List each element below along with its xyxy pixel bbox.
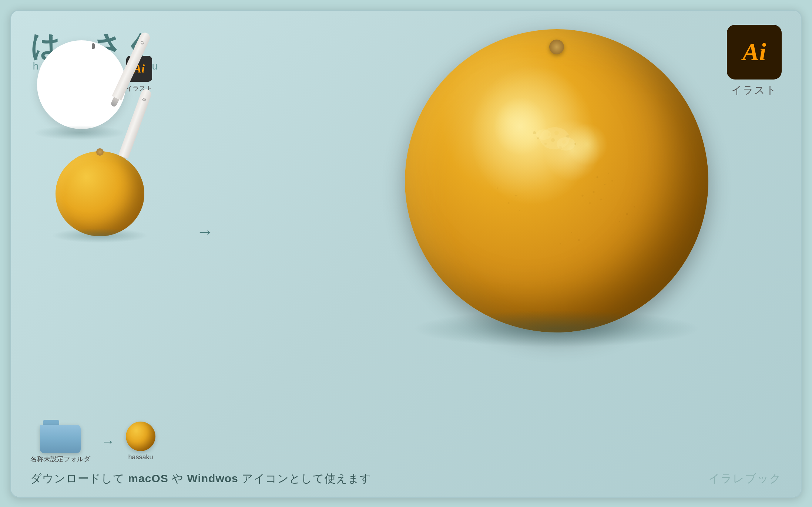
small-hassaku-group: ☺ (56, 151, 144, 236)
arrow-right-icon: → (196, 222, 214, 242)
folder-arrow-icon: → (101, 434, 115, 449)
hassaku-texture (405, 29, 708, 332)
mini-hassaku-group: hassaku (126, 422, 155, 461)
footer-prefix: ダウンロードして (30, 472, 128, 484)
svg-point-20 (611, 180, 613, 182)
svg-point-16 (600, 199, 602, 200)
svg-point-11 (557, 137, 575, 151)
svg-point-14 (604, 184, 605, 185)
svg-point-29 (578, 239, 580, 241)
footer-brand: イラレブック (708, 471, 782, 486)
footer-windows: Windwos (187, 472, 238, 484)
svg-point-27 (619, 221, 620, 222)
large-hassaku (405, 29, 708, 332)
svg-point-24 (497, 187, 498, 189)
svg-point-12 (536, 129, 551, 140)
mini-hassaku-circle (126, 422, 155, 451)
flat-circle-stem (92, 43, 95, 49)
stylus-mid-face: ☺ (141, 95, 148, 103)
svg-point-28 (571, 232, 572, 233)
svg-point-15 (593, 191, 595, 193)
footer-suffix: アイコンとして使えます (238, 472, 372, 484)
main-frame: はっさく h a s s a k u Ai イラスト Ai イラスト ☺ ↓ ☺ (10, 10, 802, 498)
svg-point-23 (519, 210, 520, 211)
folder-group: 名称未設定フォルダ (30, 420, 90, 463)
large-hassaku-shadow (412, 310, 701, 347)
footer-mid: や (168, 472, 187, 484)
flat-circle-shadow (33, 125, 126, 140)
large-hassaku-group (405, 29, 708, 332)
flat-circle (37, 40, 126, 129)
folder-body (40, 425, 81, 453)
ai-badge-large: Ai イラスト (727, 25, 782, 97)
svg-point-13 (597, 176, 598, 178)
small-hassaku-top (96, 148, 104, 156)
footer-macos: macOS (128, 472, 168, 484)
svg-point-26 (634, 206, 635, 207)
svg-point-22 (508, 202, 510, 204)
texture-svg (405, 29, 708, 332)
small-hassaku-circle (56, 151, 144, 236)
stylus-face: ☺ (139, 38, 146, 46)
svg-point-19 (608, 173, 609, 174)
svg-point-25 (626, 213, 628, 215)
svg-point-30 (560, 243, 561, 244)
ai-icon-large: Ai (727, 25, 782, 80)
folder-section: 名称未設定フォルダ → hassaku (30, 420, 155, 463)
svg-point-17 (582, 195, 584, 196)
svg-point-18 (589, 202, 591, 204)
folder-label: 名称未設定フォルダ (30, 454, 90, 463)
mini-hassaku-label: hassaku (128, 453, 153, 461)
svg-point-9 (533, 131, 536, 134)
footer-text: ダウンロードして macOS や Windwos アイコンとして使えます (30, 471, 372, 486)
ai-label-large: イラスト (731, 83, 777, 97)
folder-icon (40, 420, 81, 453)
svg-point-21 (515, 195, 517, 196)
small-hassaku-shadow (52, 228, 148, 243)
